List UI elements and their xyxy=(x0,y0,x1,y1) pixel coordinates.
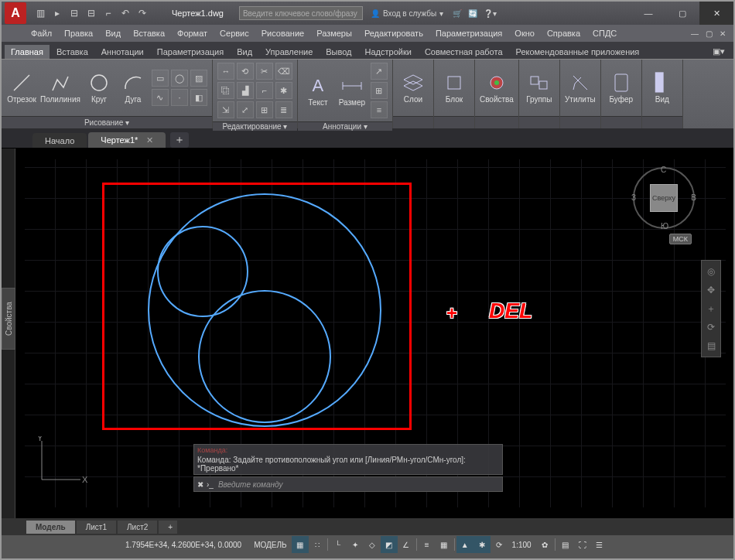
snap-toggle[interactable]: ∷ xyxy=(309,536,326,553)
trim-button[interactable]: ✂ xyxy=(256,63,273,80)
menu-format[interactable]: Формат xyxy=(171,27,214,39)
stretch-button[interactable]: ⇲ xyxy=(217,101,234,118)
zoom-icon[interactable]: ＋ xyxy=(703,301,719,316)
region-button[interactable]: ◧ xyxy=(190,89,207,106)
array-button[interactable]: ⊞ xyxy=(256,101,273,118)
viewcube[interactable]: Сверху С Ю З В xyxy=(633,167,695,229)
fullscreen-icon[interactable]: ⛶ xyxy=(574,536,591,553)
app-logo[interactable]: A xyxy=(5,2,26,24)
mdi-close-button[interactable]: ✕ xyxy=(716,27,729,39)
tab-home[interactable]: Главная xyxy=(5,45,50,59)
tab-annot[interactable]: Аннотации xyxy=(95,45,150,59)
tab-rec[interactable]: Рекомендованные приложения xyxy=(510,45,646,59)
circle-button[interactable]: Круг xyxy=(84,72,115,104)
fillet-button[interactable]: ⌐ xyxy=(256,82,273,99)
tab-output[interactable]: Вывод xyxy=(320,45,357,59)
scale-button[interactable]: 1:100 xyxy=(508,536,536,553)
tab-addins[interactable]: Надстройки xyxy=(359,45,418,59)
track-toggle[interactable]: ∠ xyxy=(398,536,415,553)
ws-icon[interactable]: ▤ xyxy=(557,536,574,553)
rect-button[interactable]: ▭ xyxy=(152,70,169,87)
explode-button[interactable]: ✱ xyxy=(275,82,292,99)
menu-view[interactable]: Вид xyxy=(99,27,127,39)
qat-saveas-icon[interactable]: ⊟ xyxy=(85,7,97,19)
layout-model[interactable]: Модель xyxy=(26,521,75,534)
qat-save-icon[interactable]: ⊟ xyxy=(68,7,80,19)
qat-new-icon[interactable]: ▥ xyxy=(34,7,46,19)
mdi-min-button[interactable]: — xyxy=(689,27,701,39)
annoscale-icon[interactable]: ▲ xyxy=(456,536,473,553)
menu-edit[interactable]: Правка xyxy=(58,27,99,39)
rotate-button[interactable]: ⟲ xyxy=(237,63,254,80)
pan-icon[interactable]: ✥ xyxy=(703,282,719,298)
tab-collab[interactable]: Совместная работа xyxy=(419,45,509,59)
iso-toggle[interactable]: ◇ xyxy=(364,536,381,553)
doctab-drawing1[interactable]: Чертеж1* ✕ xyxy=(88,132,166,148)
polar-toggle[interactable]: ✦ xyxy=(347,536,364,553)
command-line[interactable]: ✖›_ Введите команду xyxy=(193,476,503,492)
move-button[interactable]: ↔ xyxy=(217,63,234,80)
search-input[interactable]: Введите ключевое слово/фразу xyxy=(239,6,363,20)
leader-button[interactable]: ↗ xyxy=(371,63,388,80)
close-icon[interactable]: ✕ xyxy=(146,135,153,145)
dim-button[interactable]: Размер xyxy=(337,75,368,107)
layers-button[interactable]: Слои xyxy=(398,72,429,104)
annoauto-icon[interactable]: ⟳ xyxy=(491,536,508,553)
erase-button[interactable]: ⌫ xyxy=(275,63,292,80)
text-button[interactable]: AТекст xyxy=(303,75,333,107)
mirror-button[interactable]: ▟ xyxy=(237,82,254,99)
tab-insert[interactable]: Вставка xyxy=(50,45,94,59)
layout-sheet1[interactable]: Лист1 xyxy=(77,521,116,534)
menu-param[interactable]: Параметризация xyxy=(429,27,508,39)
exchange-icon[interactable]: 🔄 xyxy=(468,9,477,18)
doctab-start[interactable]: Начало xyxy=(32,133,87,148)
clip-button[interactable]: Буфер xyxy=(606,72,637,104)
grid-toggle[interactable]: ▦ xyxy=(292,536,309,553)
view-button[interactable]: ▋Вид xyxy=(647,72,678,104)
steering-wheel-icon[interactable]: ◎ xyxy=(703,264,719,279)
qat-redo-icon[interactable]: ↷ xyxy=(136,7,149,19)
qat-open-icon[interactable]: ▸ xyxy=(51,7,63,19)
trans-toggle[interactable]: ▦ xyxy=(436,536,453,553)
offset-button[interactable]: ≣ xyxy=(275,101,292,118)
groups-button[interactable]: Группы xyxy=(524,72,555,104)
ortho-toggle[interactable]: └ xyxy=(330,536,347,553)
ellipse-button[interactable]: ◯ xyxy=(171,70,188,87)
cmd-customize-icon[interactable]: ✖ xyxy=(197,480,203,489)
viewcube-top[interactable]: Сверху xyxy=(650,184,678,212)
maximize-button[interactable]: ▢ xyxy=(665,2,699,25)
lw-toggle[interactable]: ≡ xyxy=(419,536,436,553)
qat-undo-icon[interactable]: ↶ xyxy=(119,7,132,19)
panel-title[interactable]: Рисование ▾ xyxy=(2,116,212,128)
menu-dim[interactable]: Размеры xyxy=(310,27,358,39)
menu-insert[interactable]: Вставка xyxy=(127,27,171,39)
line-button[interactable]: Отрезок xyxy=(6,72,37,104)
tab-view[interactable]: Вид xyxy=(231,45,258,59)
wcs-badge[interactable]: МСК xyxy=(669,234,692,244)
minimize-button[interactable]: — xyxy=(631,2,665,25)
layout-add-button[interactable]: + xyxy=(159,521,177,534)
hatch-button[interactable]: ▨ xyxy=(190,70,207,87)
tab-param[interactable]: Параметризация xyxy=(151,45,230,59)
layout-sheet2[interactable]: Лист2 xyxy=(118,521,157,534)
annovis-icon[interactable]: ✱ xyxy=(473,536,491,553)
menu-help[interactable]: Справка xyxy=(541,27,586,39)
signin-button[interactable]: 👤 Вход в службы▾ 🛒 🔄 ❔▾ xyxy=(371,9,497,18)
block-button[interactable]: Блок xyxy=(439,72,470,104)
menu-window[interactable]: Окно xyxy=(508,27,541,39)
menu-file[interactable]: Файл xyxy=(25,27,58,39)
ribbon-expand-icon[interactable]: ▣▾ xyxy=(706,44,733,59)
scale-button[interactable]: ⤢ xyxy=(237,101,254,118)
point-button[interactable]: · xyxy=(171,89,188,106)
arc-button[interactable]: Дуга xyxy=(118,72,149,104)
util-button[interactable]: Утилиты xyxy=(565,72,596,104)
osnap-toggle[interactable]: ◩ xyxy=(381,536,398,553)
cart-icon[interactable]: 🛒 xyxy=(453,9,462,18)
gear-icon[interactable]: ✿ xyxy=(536,536,553,553)
customize-status-icon[interactable]: ☰ xyxy=(591,536,608,553)
close-button[interactable]: ✕ xyxy=(699,2,733,25)
copy-button[interactable]: ⿻ xyxy=(217,82,234,99)
spline-button[interactable]: ∿ xyxy=(152,89,169,106)
orbit-icon[interactable]: ⟳ xyxy=(703,319,719,335)
qat-plot-icon[interactable]: ⌐ xyxy=(102,7,115,19)
